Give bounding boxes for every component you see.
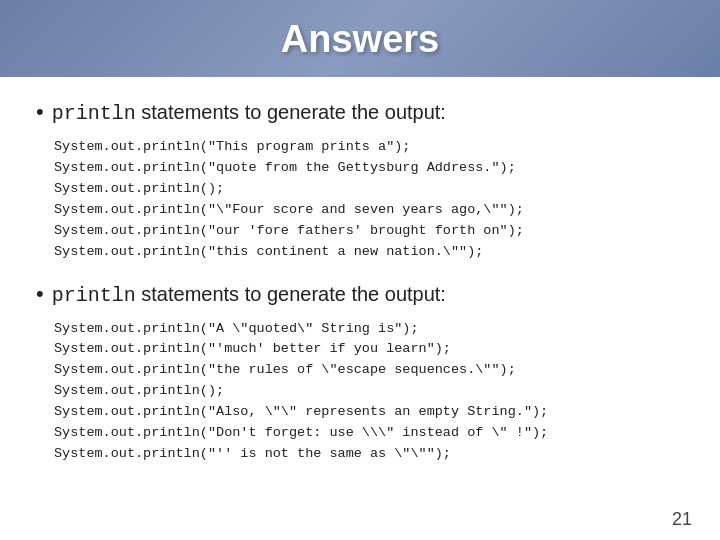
section1-label: println statements to generate the outpu…: [52, 99, 446, 127]
section-1: • println statements to generate the out…: [36, 99, 684, 263]
code-keyword-1: println: [52, 102, 136, 125]
page-header: Answers: [0, 0, 720, 77]
code-block-2: System.out.println("A \"quoted\" String …: [54, 319, 684, 465]
code-keyword-2: println: [52, 284, 136, 307]
page-number: 21: [672, 509, 692, 530]
bullet-line-2: • println statements to generate the out…: [36, 281, 684, 309]
bullet-line-1: • println statements to generate the out…: [36, 99, 684, 127]
section-2: • println statements to generate the out…: [36, 281, 684, 465]
main-content: • println statements to generate the out…: [0, 77, 720, 497]
code-block-1: System.out.println("This program prints …: [54, 137, 684, 263]
bullet-icon-2: •: [36, 281, 44, 307]
page-title: Answers: [281, 18, 439, 60]
bullet-icon-1: •: [36, 99, 44, 125]
section2-label: println statements to generate the outpu…: [52, 281, 446, 309]
